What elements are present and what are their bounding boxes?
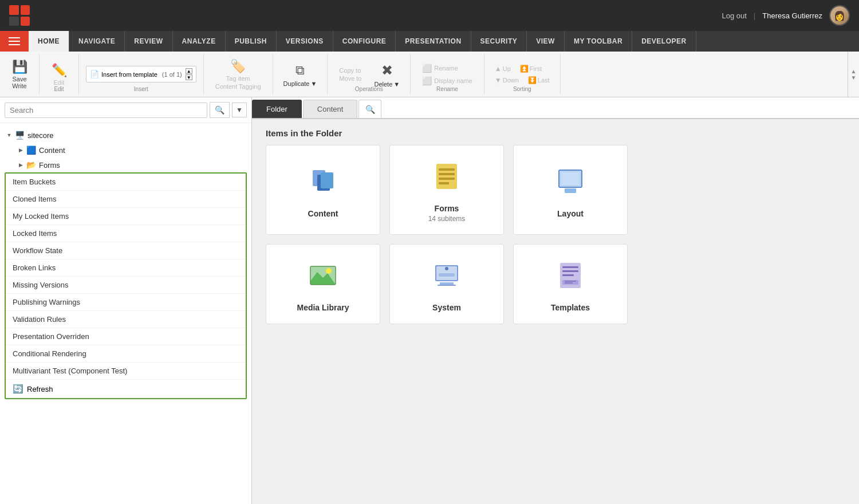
template-doc-icon: 📄	[90, 70, 99, 78]
avatar[interactable]: 👩	[829, 5, 850, 26]
refresh-item[interactable]: 🔄 Refresh	[6, 380, 246, 398]
content-label: Content	[39, 146, 65, 155]
down-button[interactable]: ▼ Down	[491, 75, 522, 85]
copy-to-label: Copy to	[339, 67, 361, 74]
tag-item-button[interactable]: 🏷️ Tag item Content Tagging	[211, 57, 266, 92]
save-write-button[interactable]: 💾 Save Write	[7, 57, 32, 92]
nav-item-view[interactable]: VIEW	[527, 31, 565, 52]
nav-item-analyze[interactable]: ANALYZE	[173, 31, 226, 52]
forms-label: Forms	[39, 161, 60, 170]
nav-item-developer[interactable]: DEVELOPER	[632, 31, 696, 52]
edit-group-label: Edit	[40, 86, 78, 92]
folder-card-media-library[interactable]: Media Library	[266, 244, 380, 324]
list-item-my-locked-items[interactable]: My Locked Items	[6, 208, 246, 225]
top-bar-right: Log out | Theresa Gutierrez 👩	[722, 5, 850, 26]
save-label: Save Write	[12, 76, 26, 89]
edit-label: Edit	[54, 79, 65, 86]
svg-rect-24	[562, 270, 578, 272]
search-input[interactable]	[5, 103, 207, 118]
tree-item-content[interactable]: ▶ 🟦 Content	[0, 143, 251, 158]
folder-card-layout[interactable]: Layout	[513, 145, 628, 235]
tree-item-forms[interactable]: ▶ 📂 Forms	[0, 158, 251, 172]
sitecore-toggle: ▼	[5, 131, 14, 140]
arrow-up[interactable]: ▲	[186, 68, 192, 74]
ribbon-group-insert: 📄 Insert from template (1 of 1) ▲ ▼ Inse…	[79, 54, 204, 94]
ribbon: 💾 Save Write ✏️ Edit Edit 📄 Insert from …	[0, 52, 859, 97]
layout-card-name: Layout	[557, 209, 584, 218]
search-dropdown-button[interactable]: ▼	[232, 103, 247, 117]
edit-button[interactable]: ✏️ Edit	[46, 61, 72, 88]
nav-item-versions[interactable]: VERSIONS	[277, 31, 333, 52]
list-item-missing-versions[interactable]: Missing Versions	[6, 277, 246, 294]
list-item-multivariant-test[interactable]: Multivariant Test (Component Test)	[6, 363, 246, 380]
nav-item-home[interactable]: HOME	[29, 31, 69, 52]
ribbon-group-edit: ✏️ Edit Edit	[40, 54, 79, 94]
nav-item-presentation[interactable]: PRESENTATION	[396, 31, 471, 52]
list-item-conditional-rendering[interactable]: Conditional Rendering	[6, 345, 246, 363]
tab-search[interactable]: 🔍	[358, 100, 381, 118]
tab-content[interactable]: Content	[303, 100, 358, 118]
logout-link[interactable]: Log out	[722, 11, 746, 20]
list-item-locked-items[interactable]: Locked Items	[6, 225, 246, 242]
system-card-name: System	[432, 303, 461, 312]
logo-cell-3	[9, 17, 19, 26]
nav-item-security[interactable]: SECURITY	[471, 31, 527, 52]
svg-rect-21	[439, 273, 455, 277]
arrow-down[interactable]: ▼	[186, 74, 192, 80]
tree-area: ▼ 🖥️ sitecore ▶ 🟦 Content ▶ 📂 Forms Item…	[0, 123, 251, 504]
svg-point-20	[445, 267, 448, 270]
last-button[interactable]: ⏬ Last	[525, 75, 553, 85]
insert-arrows: ▲ ▼	[186, 68, 192, 80]
folder-card-system[interactable]: System	[389, 244, 504, 324]
list-item-broken-links[interactable]: Broken Links	[6, 259, 246, 277]
templates-card-name: Templates	[551, 303, 590, 312]
insert-template-row[interactable]: 📄 Insert from template (1 of 1) ▲ ▼	[86, 66, 196, 82]
svg-rect-23	[562, 266, 578, 268]
first-button[interactable]: ⏫ First	[517, 64, 545, 74]
rename-button[interactable]: ⬜ Rename ⬜ Display name	[417, 61, 477, 88]
list-item-validation-rules[interactable]: Validation Rules	[6, 311, 246, 328]
layout-card-icon	[555, 167, 585, 202]
operations-group-label: Operations	[328, 86, 410, 92]
list-item-presentation-overriden[interactable]: Presentation Overriden	[6, 328, 246, 345]
templates-card-icon	[555, 261, 585, 296]
duplicate-button[interactable]: ⧉ Duplicate ▼	[280, 61, 321, 88]
list-item-item-buckets[interactable]: Item Buckets	[6, 174, 246, 191]
move-to-label: Move to	[339, 75, 361, 82]
tag-icon: 🏷️	[230, 59, 246, 74]
nav-item-review[interactable]: REVIEW	[125, 31, 172, 52]
delete-button[interactable]: ✖ Delete ▼	[371, 60, 404, 89]
display-name-row: ⬜ Display name	[422, 76, 472, 85]
list-item-workflow-state[interactable]: Workflow State	[6, 242, 246, 259]
content-icon: 🟦	[25, 144, 37, 156]
list-item-cloned-items[interactable]: Cloned Items	[6, 191, 246, 208]
folder-card-forms[interactable]: Forms 14 subitems	[389, 145, 504, 235]
search-button[interactable]: 🔍	[210, 102, 230, 118]
duplicate-label: Duplicate	[283, 80, 310, 87]
folder-card-content[interactable]: Content	[266, 145, 380, 235]
folder-card-templates[interactable]: Templates	[513, 244, 628, 324]
insert-group-label: Insert	[79, 86, 203, 92]
delete-icon: ✖	[381, 62, 393, 78]
list-item-publishing-warnings[interactable]: Publishing Warnings	[6, 294, 246, 311]
nav-item-navigate[interactable]: NAVIGATE	[69, 31, 125, 52]
up-button[interactable]: ▲ Up	[491, 64, 514, 74]
svg-rect-5	[439, 173, 455, 175]
tree-item-sitecore[interactable]: ▼ 🖥️ sitecore	[0, 128, 251, 143]
hamburger-button[interactable]	[0, 31, 29, 52]
svg-rect-11	[565, 188, 576, 193]
svg-rect-6	[439, 178, 455, 180]
tab-folder[interactable]: Folder	[252, 100, 302, 118]
svg-rect-19	[438, 285, 456, 286]
ribbon-group-duplicate: ⧉ Duplicate ▼	[273, 54, 328, 94]
nav-item-publish[interactable]: PUBLISH	[226, 31, 277, 52]
folder-content: Items in the Folder Content	[252, 119, 859, 338]
copy-to-button[interactable]: Copy to Move to	[334, 65, 366, 84]
nav-item-configure[interactable]: CONFIGURE	[333, 31, 396, 52]
logo[interactable]	[9, 5, 30, 26]
insert-template-label: Insert from template	[101, 71, 157, 78]
top-separator: |	[754, 11, 755, 20]
nav-item-my-toolbar[interactable]: MY TOOLBAR	[565, 31, 632, 52]
ribbon-scroll[interactable]: ▲ ▼	[848, 52, 859, 97]
refresh-label: Refresh	[27, 385, 53, 393]
